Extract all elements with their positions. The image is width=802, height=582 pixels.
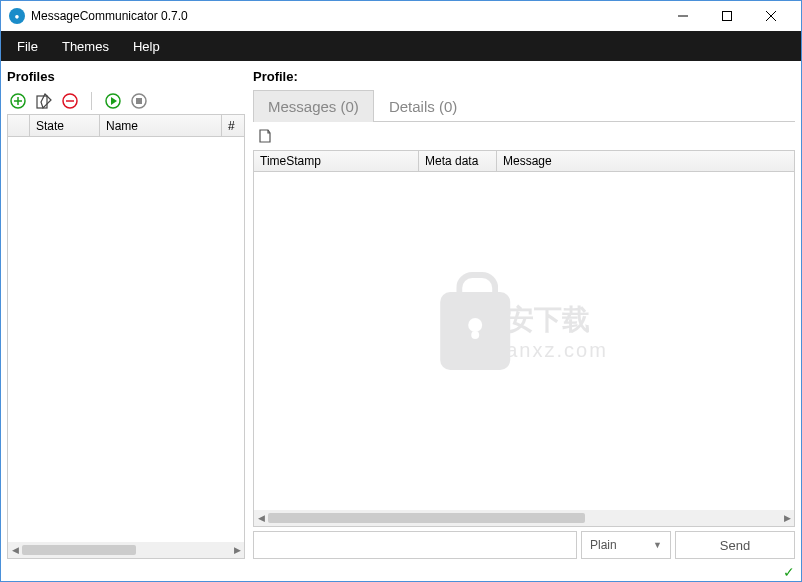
- scroll-left-icon[interactable]: ◀: [254, 511, 268, 525]
- minimize-button[interactable]: [661, 1, 705, 31]
- chevron-down-icon: ▼: [653, 540, 662, 550]
- profile-header: Profile:: [253, 69, 795, 84]
- profiles-table-body[interactable]: [8, 137, 244, 542]
- profiles-toolbar: [7, 88, 245, 114]
- title-bar: ● MessageCommunicator 0.7.0: [1, 1, 801, 31]
- profiles-col-blank[interactable]: [8, 115, 30, 136]
- watermark-text-en: anxz.com: [506, 339, 608, 362]
- messages-table-header: TimeStamp Meta data Message: [253, 150, 795, 172]
- profiles-panel: Profiles: [1, 61, 251, 563]
- messages-col-timestamp[interactable]: TimeStamp: [254, 151, 419, 171]
- scroll-left-icon[interactable]: ◀: [8, 543, 22, 557]
- messages-toolbar: [253, 122, 795, 150]
- messages-table-body[interactable]: 安下载 anxz.com ◀ ▶: [253, 172, 795, 527]
- tab-details[interactable]: Details (0): [374, 90, 472, 122]
- send-button[interactable]: Send: [675, 531, 795, 559]
- edit-profile-button[interactable]: [33, 90, 55, 112]
- toolbar-separator: [91, 92, 92, 110]
- profiles-col-name[interactable]: Name: [100, 115, 222, 136]
- profiles-table: State Name # ◀ ▶: [7, 114, 245, 559]
- scroll-right-icon[interactable]: ▶: [230, 543, 244, 557]
- delete-profile-button[interactable]: [59, 90, 81, 112]
- window-title: MessageCommunicator 0.7.0: [31, 9, 661, 23]
- messages-col-metadata[interactable]: Meta data: [419, 151, 497, 171]
- profile-tabs: Messages (0) Details (0): [253, 90, 795, 122]
- format-select-value: Plain: [590, 538, 617, 552]
- message-input[interactable]: [253, 531, 577, 559]
- menu-file[interactable]: File: [5, 33, 50, 60]
- profiles-hscrollbar[interactable]: ◀ ▶: [8, 542, 244, 558]
- menu-help[interactable]: Help: [121, 33, 172, 60]
- close-button[interactable]: [749, 1, 793, 31]
- menu-themes[interactable]: Themes: [50, 33, 121, 60]
- maximize-button[interactable]: [705, 1, 749, 31]
- status-ok-icon: ✓: [783, 564, 795, 580]
- svg-rect-1: [723, 12, 732, 21]
- watermark-text-cn: 安下载: [506, 301, 608, 339]
- add-profile-button[interactable]: [7, 90, 29, 112]
- profiles-header: Profiles: [7, 69, 245, 84]
- profiles-col-hash[interactable]: #: [222, 115, 244, 136]
- start-profile-button[interactable]: [102, 90, 124, 112]
- new-message-button[interactable]: [255, 126, 275, 146]
- messages-hscrollbar[interactable]: ◀ ▶: [254, 510, 794, 526]
- format-select[interactable]: Plain ▼: [581, 531, 671, 559]
- status-bar: ✓: [1, 563, 801, 581]
- menu-bar: File Themes Help: [1, 31, 801, 61]
- stop-profile-button[interactable]: [128, 90, 150, 112]
- lock-icon: [440, 292, 510, 370]
- app-icon: ●: [9, 8, 25, 24]
- profile-detail-panel: Profile: Messages (0) Details (0) TimeSt…: [251, 61, 801, 563]
- watermark: 安下载 anxz.com: [440, 292, 608, 370]
- svg-rect-12: [136, 98, 142, 104]
- profiles-col-state[interactable]: State: [30, 115, 100, 136]
- scroll-right-icon[interactable]: ▶: [780, 511, 794, 525]
- messages-col-message[interactable]: Message: [497, 151, 794, 171]
- send-row: Plain ▼ Send: [253, 531, 795, 559]
- tab-messages[interactable]: Messages (0): [253, 90, 374, 122]
